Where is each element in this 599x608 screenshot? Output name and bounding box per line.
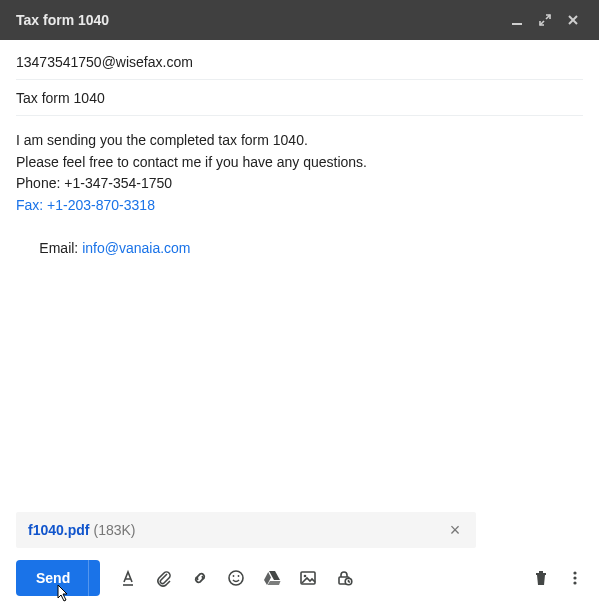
svg-rect-14: [539, 571, 543, 573]
formatting-icons: [118, 568, 354, 588]
attachment-size: (183K): [93, 522, 135, 538]
expand-icon[interactable]: [533, 8, 557, 32]
header-fields: 13473541750@wisefax.com Tax form 1040: [0, 40, 599, 116]
attachment-chip[interactable]: f1040.pdf (183K) ×: [16, 512, 476, 548]
subject-value: Tax form 1040: [16, 90, 105, 106]
cursor-icon: [52, 583, 70, 605]
svg-point-16: [573, 576, 576, 579]
send-button-group: Send: [16, 560, 100, 596]
confidential-icon[interactable]: [334, 568, 354, 588]
svg-point-8: [238, 575, 240, 577]
send-options-button[interactable]: [88, 560, 100, 596]
email-link[interactable]: info@vanaia.com: [82, 240, 190, 256]
svg-point-7: [233, 575, 235, 577]
body-fax-line: Fax: +1-203-870-3318: [16, 195, 583, 217]
more-icon[interactable]: [565, 568, 585, 588]
remove-attachment-icon[interactable]: ×: [444, 519, 466, 541]
emoji-icon[interactable]: [226, 568, 246, 588]
minimize-icon[interactable]: [505, 8, 529, 32]
attach-icon[interactable]: [154, 568, 174, 588]
send-button[interactable]: Send: [16, 560, 88, 596]
close-icon[interactable]: [561, 8, 585, 32]
subject-field[interactable]: Tax form 1040: [16, 80, 583, 116]
window-title: Tax form 1040: [16, 12, 505, 28]
body-line: Please feel free to contact me if you ha…: [16, 152, 583, 174]
drive-icon[interactable]: [262, 568, 282, 588]
svg-rect-13: [536, 573, 546, 575]
attachments-area: f1040.pdf (183K) ×: [0, 512, 599, 548]
email-label: Email:: [39, 240, 82, 256]
send-label: Send: [36, 570, 70, 586]
to-value: 13473541750@wisefax.com: [16, 54, 193, 70]
trash-icon[interactable]: [531, 568, 551, 588]
to-field[interactable]: 13473541750@wisefax.com: [16, 40, 583, 80]
titlebar: Tax form 1040: [0, 0, 599, 40]
body-line: I am sending you the completed tax form …: [16, 130, 583, 152]
attachment-name: f1040.pdf: [28, 522, 89, 538]
svg-point-6: [229, 571, 243, 585]
compose-window: Tax form 1040 13473541750@wisefax.com Ta…: [0, 0, 599, 608]
svg-point-10: [304, 575, 307, 578]
link-icon[interactable]: [190, 568, 210, 588]
body-email-line: Email: info@vanaia.com: [16, 217, 583, 282]
svg-point-17: [573, 581, 576, 584]
image-icon[interactable]: [298, 568, 318, 588]
message-body[interactable]: I am sending you the completed tax form …: [0, 116, 599, 504]
right-toolbar: [531, 568, 585, 588]
svg-point-15: [573, 571, 576, 574]
text-format-icon[interactable]: [118, 568, 138, 588]
compose-toolbar: Send: [0, 548, 599, 608]
body-line: Phone: +1-347-354-1750: [16, 173, 583, 195]
